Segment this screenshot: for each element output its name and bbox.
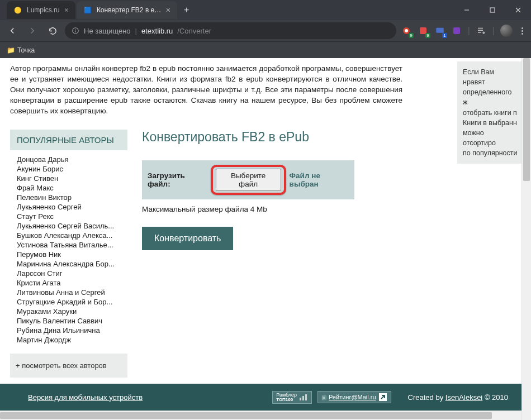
bars-icon [299,394,308,400]
author-link[interactable]: IsenAleksei [445,393,482,402]
author-link[interactable]: Мартин Джордж [17,335,121,345]
rambler-badge[interactable]: Рамблер ТОП100 [272,391,312,404]
size-note: Максимальный размер файла 4 Mb [142,205,453,213]
author-link[interactable]: Бушков Александр Алекса... [17,231,121,240]
author-link[interactable]: Мураками Харуки [17,307,121,316]
close-window-button[interactable] [505,0,531,20]
bookmarks-bar: 📁 Точка [0,41,531,58]
favicon-icon: 🟦 [83,6,92,15]
author-link[interactable]: Перумов Ник [17,250,121,259]
upload-row: Загрузить файл: Выберите файл Файл не вы… [142,160,354,199]
svg-rect-1 [490,8,495,12]
author-link[interactable]: Стаут Рекс [17,212,121,221]
footer-credit: Created by IsenAleksei © 2010 [408,393,508,402]
extension-icon[interactable]: 9 [401,25,412,36]
profile-avatar[interactable] [500,25,513,37]
bookmark-folder[interactable]: 📁 Точка [7,46,35,54]
sidebar-heading: ПОПУЛЯРНЫЕ АВТОРЫ [10,130,127,150]
tab-converter[interactable]: 🟦 Конвертер FB2 в ePub | FB2 to e × [77,1,177,19]
svg-rect-10 [436,28,444,33]
intro-paragraph: Автор программы онлайн конвертер fb2 в e… [0,58,402,123]
choose-file-button[interactable]: Выберите файл [216,169,281,191]
svg-rect-18 [302,396,304,400]
convert-button[interactable]: Конвертировать [142,227,233,250]
url-domain: etextlib.ru [141,27,173,35]
vertical-scrollbar[interactable] [521,58,531,420]
url-path: /Converter [177,27,211,35]
svg-rect-19 [305,394,307,400]
author-link[interactable]: Пикуль Валентин Саввич [17,316,121,326]
author-link[interactable]: Маринина Александра Бор... [17,259,121,269]
author-list: Донцова Дарья Акунин Борис Кинг Стивен Ф… [10,155,127,345]
maximize-button[interactable] [480,0,505,20]
extension-icon[interactable]: 9 [418,25,429,36]
author-link[interactable]: Ларссон Стиг [17,269,121,278]
back-button[interactable] [4,23,20,39]
bookmark-label: Точка [17,46,35,54]
author-link[interactable]: Кинг Стивен [17,174,121,183]
forward-button[interactable] [25,23,40,39]
author-link[interactable]: Лукьяненко Сергей [17,202,121,212]
tab-title: Lumpics.ru [27,6,60,14]
tab-bar: 🟡 Lumpics.ru × 🟦 Конвертер FB2 в ePub | … [0,0,531,20]
sidebar: ПОПУЛЯРНЫЕ АВТОРЫ Донцова Дарья Акунин Б… [10,130,127,378]
extension-icon[interactable]: 1 [434,25,445,36]
folder-icon: 📁 [7,46,15,54]
author-link[interactable]: Лукьяненко Сергей Василь... [17,221,121,231]
reading-list-icon[interactable] [476,25,487,36]
author-link[interactable]: Рубина Дина Ильинична [17,326,121,335]
info-icon [72,27,79,35]
svg-rect-17 [300,398,301,400]
author-link[interactable]: Кристи Агата [17,278,121,288]
svg-rect-11 [453,27,460,34]
reload-button[interactable] [45,23,60,39]
horizontal-scrollbar[interactable] [0,411,521,420]
favicon-icon: 🟡 [13,6,22,15]
author-link[interactable]: Донцова Дарья [17,155,121,164]
author-link[interactable]: Пелевин Виктор [17,193,121,202]
tab-lumpics[interactable]: 🟡 Lumpics.ru × [7,1,75,19]
url-field[interactable]: Не защищено | etextlib.ru/Converter [65,22,396,39]
extension-icons: 9 9 1 | | [401,25,527,37]
mobile-version-link[interactable]: Версия для мобильных устройств [28,393,143,402]
svg-point-8 [405,29,408,32]
no-file-label: Файл не выбран [290,171,349,188]
author-link[interactable]: Литвиновы Анна и Сергей [17,288,121,297]
extension-icon[interactable] [451,25,462,36]
author-link[interactable]: Акунин Борис [17,164,121,174]
close-icon[interactable]: × [64,6,69,15]
address-bar: Не защищено | etextlib.ru/Converter 9 9 … [0,20,531,41]
close-icon[interactable]: × [166,6,170,15]
page-title: Конвертировать FB2 в ePub [142,130,453,145]
security-label: Не защищено [84,27,131,35]
author-link[interactable]: Устинова Татьяна Виталье... [17,240,121,250]
upload-label: Загрузить файл: [148,171,207,188]
author-link[interactable]: Стругацкие Аркадий и Бор... [17,297,121,307]
aside-hint: Если Вам нравят определенного ж отобрать… [457,61,521,164]
arrow-icon [378,393,387,402]
tab-title: Конвертер FB2 в ePub | FB2 to e [97,6,162,14]
minimize-button[interactable] [454,0,480,20]
main-content: Конвертировать FB2 в ePub Загрузить файл… [142,130,531,378]
new-tab-button[interactable]: + [178,5,195,15]
highlight-marker: Выберите файл [211,165,286,195]
mailru-badge[interactable]: ▣ Рейтинг@Mail.ru [317,391,391,403]
menu-button[interactable] [518,27,527,35]
footer: Версия для мобильных устройств Рамблер Т… [0,384,521,411]
author-link[interactable]: Фрай Макс [17,183,121,193]
see-all-authors-button[interactable]: + посмотреть всех авторов [10,354,127,378]
svg-point-6 [75,29,75,30]
